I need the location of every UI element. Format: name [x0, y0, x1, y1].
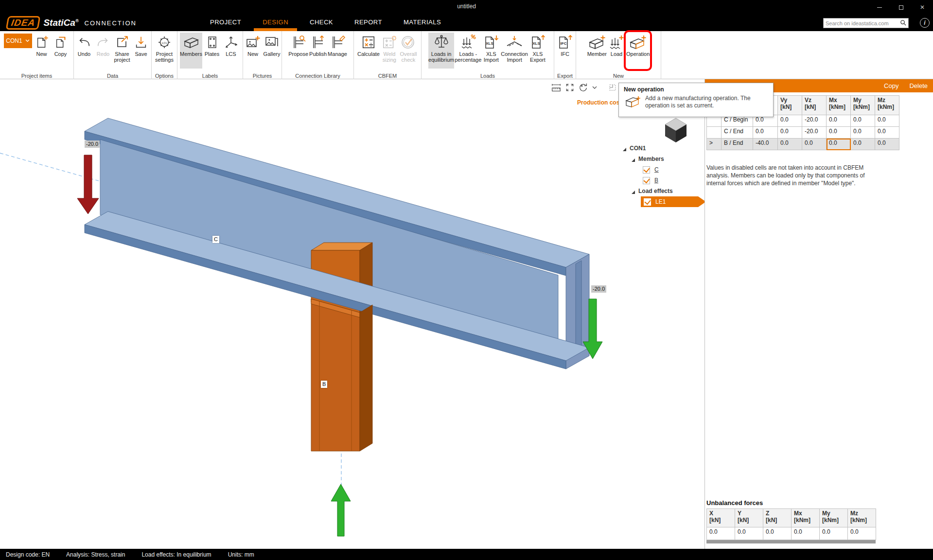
- table-row-c-end[interactable]: C / End0.00.0-20.00.00.00.0: [707, 127, 899, 139]
- measure-icon[interactable]: [550, 82, 562, 93]
- info-icon[interactable]: i: [920, 18, 930, 28]
- table-cell[interactable]: -20.0: [802, 127, 827, 139]
- tab-report[interactable]: REPORT: [344, 15, 393, 31]
- unbalanced-header-mx: Mx[kNm]: [792, 509, 820, 527]
- ribbon-button-project-settings[interactable]: </>Project settings: [155, 33, 174, 69]
- ribbon-button-label: Plates: [205, 51, 220, 57]
- table-cell[interactable]: 0.0: [827, 115, 851, 127]
- ribbon-button-plates[interactable]: Plates: [203, 33, 221, 69]
- tree-node-member-b[interactable]: B: [618, 175, 704, 186]
- table-cell[interactable]: -20.0: [802, 115, 827, 127]
- checkbox-checked[interactable]: [643, 177, 650, 184]
- tree-member-label[interactable]: B: [654, 177, 658, 184]
- ribbon-button-new[interactable]: New: [33, 33, 51, 69]
- ribbon-button-connection-import[interactable]: Connection Import: [501, 33, 528, 69]
- tree-node-load-effects[interactable]: Load effects: [618, 186, 704, 196]
- search-box[interactable]: [823, 18, 909, 28]
- ribbon-group-label: Labels: [177, 73, 243, 79]
- copy-button[interactable]: Copy: [884, 82, 898, 89]
- table-cell[interactable]: 0.0: [778, 115, 802, 127]
- unbalanced-values-row: 0.00.00.00.00.00.0: [707, 527, 876, 540]
- table-cell[interactable]: 0.0: [851, 127, 875, 139]
- expander-icon[interactable]: [622, 146, 626, 150]
- tree-node-members[interactable]: Members: [618, 154, 704, 164]
- ribbon-button-loads-percentage[interactable]: Loads - percentage: [455, 33, 481, 69]
- fit-view-icon[interactable]: [564, 82, 576, 93]
- ribbon-button-label: Gallery: [264, 51, 281, 57]
- ribbon-button-gallery[interactable]: Gallery: [263, 33, 281, 69]
- table-cell[interactable]: 0.0: [778, 139, 802, 150]
- ribbon-button-ifc[interactable]: IFCIFC: [556, 33, 574, 69]
- ribbon-group-label: CBFEM: [354, 73, 421, 79]
- tab-materials[interactable]: MATERIALS: [393, 15, 452, 31]
- expander-icon[interactable]: [631, 157, 635, 161]
- rotate-view-icon[interactable]: [578, 82, 589, 93]
- image-plus-icon: [245, 34, 261, 51]
- ribbon-button-new[interactable]: New: [244, 33, 262, 69]
- ribbon-button-label: XLS Export: [530, 51, 546, 63]
- table-cell[interactable]: -40.0: [753, 139, 778, 150]
- ribbon-group-cbfem: CalculateWeld sizingOverall checkCBFEM: [354, 31, 422, 79]
- table-cell[interactable]: 0.0: [827, 139, 851, 150]
- search-icon[interactable]: [900, 19, 906, 28]
- tab-project[interactable]: PROJECT: [199, 15, 252, 31]
- connection-selector-dropdown[interactable]: CON1: [4, 34, 32, 48]
- ribbon-button-publish[interactable]: Publish: [309, 33, 327, 69]
- idea-logo-icon: IDEA: [6, 16, 41, 30]
- table-cell[interactable]: 0.0: [875, 139, 899, 150]
- checkbox-checked[interactable]: [643, 166, 650, 174]
- operation-plus-icon: [625, 95, 641, 110]
- ribbon-button-load[interactable]: Load: [607, 33, 626, 69]
- tree-node-member-c[interactable]: C: [618, 164, 704, 175]
- table-cell[interactable]: 0.0: [753, 127, 778, 139]
- brand-product: StatiCa: [43, 18, 75, 28]
- maximize-button[interactable]: [890, 0, 912, 15]
- ribbon-button-calculate[interactable]: Calculate: [357, 33, 380, 69]
- tree-member-label[interactable]: C: [654, 166, 659, 173]
- ribbon-button-xls-import[interactable]: XLSXLS Import: [482, 33, 500, 69]
- ribbon-button-xls-export[interactable]: XLSXLS Export: [528, 33, 547, 69]
- table-cell[interactable]: 0.0: [851, 115, 875, 127]
- ribbon-button-loads-in-equilibrium[interactable]: Loads in equilibrium: [428, 33, 454, 69]
- table-cell[interactable]: 0.0: [827, 127, 851, 139]
- close-button[interactable]: ✕: [912, 0, 933, 15]
- ribbon-button-copy[interactable]: Copy: [52, 33, 70, 69]
- unbalanced-header-x: X[kN]: [707, 509, 735, 527]
- selected-load-effect-banner[interactable]: LE1: [641, 196, 704, 207]
- ribbon-button-members[interactable]: Members: [180, 33, 202, 69]
- ribbon-button-operation[interactable]: Operation: [626, 33, 650, 69]
- column-member-b[interactable]: [311, 299, 372, 451]
- chevron-down-icon[interactable]: [591, 82, 598, 93]
- ribbon-button-propose[interactable]: Propose: [288, 33, 308, 69]
- search-input[interactable]: [824, 20, 900, 26]
- unbalanced-value: 0.0: [735, 527, 763, 540]
- calc-gear-icon: [381, 34, 398, 51]
- ribbon-button-share-project[interactable]: Share project: [113, 33, 131, 69]
- tab-check[interactable]: CHECK: [299, 15, 344, 31]
- ribbon-button-label: Weld sizing: [383, 51, 396, 63]
- weld-down-icon: [505, 34, 524, 51]
- section-view-icon[interactable]: [607, 82, 618, 93]
- table-cell[interactable]: 0.0: [875, 115, 899, 127]
- table-cell[interactable]: 0.0: [778, 127, 802, 139]
- 3d-viewport[interactable]: -20.0 -20.0 C B Production cos: [0, 79, 704, 549]
- ribbon-button-manage[interactable]: Manage: [328, 33, 347, 69]
- ribbon-button-lcs[interactable]: LCS: [222, 33, 240, 69]
- tree-node-load-effect-le1[interactable]: LE1: [618, 196, 704, 207]
- checkbox-checked[interactable]: [644, 198, 651, 206]
- navigation-cube[interactable]: [665, 118, 687, 142]
- table-cell[interactable]: 0.0: [802, 139, 827, 150]
- tree-node-con1[interactable]: CON1: [618, 143, 704, 154]
- table-cell[interactable]: 0.0: [851, 139, 875, 150]
- ribbon-button-save[interactable]: Save: [132, 33, 150, 69]
- tab-design[interactable]: DESIGN: [252, 15, 299, 31]
- unbalanced-forces-title: Unbalanced forces: [706, 499, 876, 507]
- column-header-my: My[kNm]: [851, 96, 875, 115]
- delete-button[interactable]: Delete: [909, 82, 928, 89]
- ribbon-button-member[interactable]: Member: [587, 33, 607, 69]
- table-cell[interactable]: 0.0: [875, 127, 899, 139]
- minimize-button[interactable]: [869, 0, 890, 15]
- expander-icon[interactable]: [631, 189, 635, 193]
- table-row-b-end[interactable]: >B / End-40.00.00.00.00.00.0: [707, 139, 899, 150]
- ribbon-button-undo[interactable]: Undo: [75, 33, 93, 69]
